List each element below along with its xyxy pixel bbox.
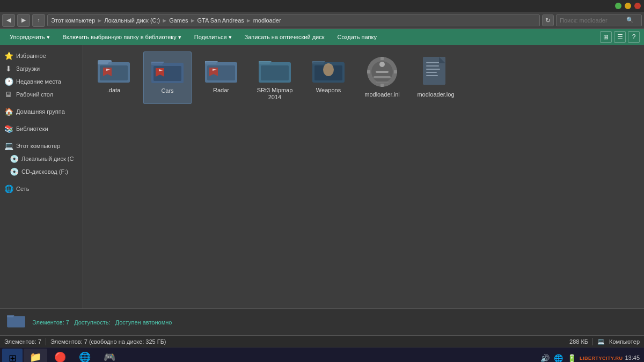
bottom-status-bar: Элементов: 7 Элементов: 7 (свободно на д… bbox=[0, 335, 644, 347]
svg-rect-41 bbox=[426, 65, 439, 67]
sidebar-label-disk-c: Локальный диск (С bbox=[21, 156, 74, 162]
share-button[interactable]: Поделиться ▾ bbox=[189, 31, 237, 43]
folder-icon-srt3 bbox=[258, 55, 292, 85]
sidebar-item-libraries[interactable]: 📚 Библиотеки bbox=[0, 122, 83, 135]
svg-point-30 bbox=[379, 62, 385, 67]
battery-icon[interactable]: 🔋 bbox=[566, 354, 577, 363]
search-input[interactable] bbox=[560, 17, 624, 24]
sidebar-item-favorites[interactable]: ⭐ Избранное bbox=[0, 49, 83, 62]
file-icon-log bbox=[419, 55, 453, 89]
file-item-data[interactable]: .data bbox=[90, 51, 138, 104]
taskbar-app-explorer[interactable]: 📁 bbox=[24, 349, 47, 363]
availability-label: Доступность: bbox=[74, 319, 110, 326]
file-item-modloader-log[interactable]: modloader.log bbox=[412, 51, 460, 104]
status-separator-1 bbox=[46, 338, 46, 345]
sidebar-item-cd-drive[interactable]: 💿 CD-дисковод (F:) bbox=[0, 165, 83, 178]
burn-button[interactable]: Записать на оптический диск bbox=[239, 31, 330, 43]
status-preview: Элементов: 7 Доступность: Доступен автон… bbox=[0, 308, 644, 335]
status-size: 288 КБ bbox=[569, 338, 588, 345]
taskbar-app-1[interactable]: 🔴 bbox=[48, 349, 72, 363]
start-button[interactable]: ⊞ bbox=[2, 349, 23, 363]
svg-rect-43 bbox=[426, 72, 437, 73]
file-name-srt3: SRt3 Mipmap 2014 bbox=[253, 87, 297, 101]
logo-text: LIBERTYCITY.RU bbox=[580, 356, 623, 361]
view-list-button[interactable]: ☰ bbox=[614, 31, 626, 43]
items-count-label: Элементов: 7 bbox=[32, 319, 69, 326]
sidebar-item-network[interactable]: 🌐 Сеть bbox=[0, 182, 83, 195]
taskbar-app-chrome[interactable]: 🌐 bbox=[73, 349, 97, 363]
taskbar-app-gta4[interactable]: 🎮 bbox=[98, 349, 121, 363]
breadcrumb-computer[interactable]: Этот компьютер bbox=[51, 17, 95, 24]
file-name-cars: Cars bbox=[161, 87, 173, 94]
organize-button[interactable]: Упорядочить ▾ bbox=[4, 31, 55, 43]
computer-icon: 💻 bbox=[4, 142, 13, 150]
forward-button[interactable]: ▶ bbox=[17, 14, 30, 27]
up-button[interactable]: ↑ bbox=[32, 14, 45, 27]
svg-marker-48 bbox=[7, 315, 14, 317]
sidebar: ⭐ Избранное ⬇ Загрузки 🕐 Недавние места … bbox=[0, 45, 83, 308]
file-item-cars[interactable]: Cars bbox=[143, 51, 192, 104]
toolbar: Упорядочить ▾ Включить выбранную папку в… bbox=[0, 29, 644, 45]
svg-rect-35 bbox=[380, 84, 384, 87]
breadcrumb-disk[interactable]: Локальный диск (C:) bbox=[104, 17, 160, 24]
speaker-icon[interactable]: 🔊 bbox=[539, 354, 551, 363]
breadcrumb-modloader[interactable]: modloader bbox=[253, 17, 281, 24]
file-grid: .data Cars bbox=[90, 51, 638, 104]
sidebar-label-cd-drive: CD-дисковод (F:) bbox=[21, 168, 68, 175]
sidebar-label-favorites: Избранное bbox=[16, 53, 46, 59]
download-icon: ⬇ bbox=[4, 64, 13, 73]
folder-icon-data bbox=[97, 55, 131, 85]
clock-time: 13:45 bbox=[625, 354, 640, 361]
close-button[interactable] bbox=[634, 3, 641, 9]
network-tray-icon[interactable]: 🌐 bbox=[553, 354, 564, 363]
sidebar-item-homegroup[interactable]: 🏠 Домашняя группа bbox=[0, 105, 83, 118]
network-icon: 🌐 bbox=[4, 184, 13, 193]
maximize-button[interactable] bbox=[615, 3, 621, 9]
sidebar-item-computer[interactable]: 💻 Этот компьютер bbox=[0, 139, 83, 152]
svg-rect-47 bbox=[7, 316, 25, 327]
back-button[interactable]: ◀ bbox=[2, 14, 15, 27]
home-icon: 🏠 bbox=[4, 107, 13, 116]
folder-icon-weapons bbox=[311, 55, 346, 85]
title-bar bbox=[0, 0, 644, 12]
file-item-weapons[interactable]: Weapons bbox=[304, 51, 353, 104]
libertycity-logo: LIBERTYCITY.RU bbox=[580, 351, 623, 363]
sidebar-item-disk-c[interactable]: 💿 Локальный диск (С bbox=[0, 152, 83, 165]
system-clock: 13:45 bbox=[625, 354, 640, 361]
library-button[interactable]: Включить выбранную папку в библиотеку ▾ bbox=[57, 31, 187, 43]
help-button[interactable]: ? bbox=[628, 31, 640, 43]
sidebar-item-downloads[interactable]: ⬇ Загрузки bbox=[0, 62, 83, 75]
search-box[interactable]: 🔍 bbox=[556, 14, 642, 26]
file-item-radar[interactable]: Radar bbox=[197, 51, 245, 104]
sidebar-label-recent: Недавние места bbox=[16, 78, 61, 85]
content-area: .data Cars bbox=[83, 45, 644, 308]
breadcrumb-games[interactable]: Games bbox=[169, 17, 188, 24]
window-controls bbox=[615, 3, 641, 9]
taskbar: ⊞ 📁 🔴 🌐 🎮 🔊 🌐 🔋 LIBERTYCITY.RU 13:45 bbox=[0, 347, 644, 362]
file-name-log: modloader.log bbox=[417, 91, 454, 98]
cd-icon: 💿 bbox=[10, 167, 18, 176]
svg-rect-22 bbox=[261, 65, 289, 80]
svg-rect-32 bbox=[374, 76, 391, 78]
breadcrumb-gta[interactable]: GTA San Andreas bbox=[197, 17, 244, 24]
view-toggle-button[interactable]: ⊞ bbox=[600, 31, 612, 43]
file-item-srt3[interactable]: SRt3 Mipmap 2014 bbox=[251, 51, 299, 104]
svg-rect-42 bbox=[426, 69, 440, 70]
address-bar: ◀ ▶ ↑ Этот компьютер ► Локальный диск (C… bbox=[0, 12, 644, 29]
disk-c-icon: 💿 bbox=[10, 154, 18, 163]
new-folder-button[interactable]: Создать папку bbox=[332, 31, 382, 43]
sidebar-label-libraries: Библиотеки bbox=[16, 125, 48, 132]
folder-icon-radar bbox=[204, 55, 238, 85]
svg-rect-36 bbox=[367, 70, 370, 73]
file-name-radar: Radar bbox=[213, 87, 229, 94]
svg-rect-40 bbox=[426, 62, 441, 63]
breadcrumb[interactable]: Этот компьютер ► Локальный диск (C:) ► G… bbox=[47, 14, 540, 26]
refresh-button[interactable]: ↻ bbox=[542, 14, 554, 26]
sidebar-item-recent[interactable]: 🕐 Недавние места bbox=[0, 75, 83, 88]
main-area: ⭐ Избранное ⬇ Загрузки 🕐 Недавние места … bbox=[0, 45, 644, 308]
file-item-modloader-ini[interactable]: modloader.ini bbox=[358, 51, 406, 104]
minimize-button[interactable] bbox=[625, 3, 631, 9]
library-icon: 📚 bbox=[4, 124, 13, 133]
svg-rect-34 bbox=[380, 57, 384, 60]
sidebar-item-desktop[interactable]: 🖥 Рабочий стол bbox=[0, 88, 83, 101]
